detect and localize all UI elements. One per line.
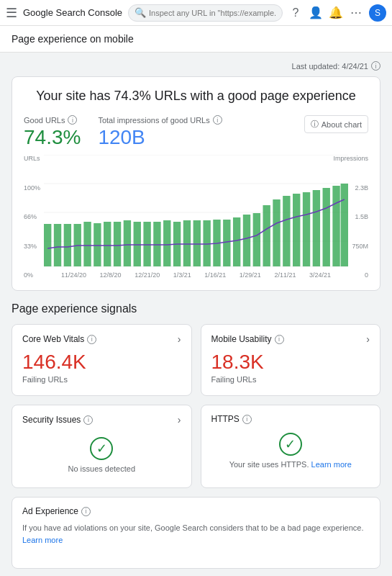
chart-x-labels: 11/24/20 12/8/20 12/21/20 1/3/21 1/16/21…: [44, 271, 348, 279]
svg-rect-25: [243, 215, 250, 266]
good-urls-value: 74.3%: [24, 126, 81, 149]
manage-users-icon[interactable]: 👤: [309, 6, 323, 19]
impressions-stat: Total impressions of good URLs i 120B: [98, 115, 222, 149]
header: ☰ Google Search Console 🔍 ? 👤 🔔 ⋯ S: [0, 0, 392, 26]
svg-rect-11: [104, 222, 111, 266]
help-icon[interactable]: ?: [288, 6, 303, 19]
svg-rect-27: [263, 205, 270, 266]
svg-rect-24: [233, 217, 240, 266]
last-updated-text: Last updated: 4/24/21: [292, 62, 368, 71]
security-issues-header: Security Issues i ›: [22, 414, 181, 426]
svg-rect-31: [303, 192, 310, 266]
security-no-issues: ✓ No issues detected: [22, 431, 181, 479]
chart-wrapper: URLs 100% 66% 33% 0% Impressions 2.3B 1.…: [24, 155, 368, 279]
last-updated-info-icon[interactable]: i: [371, 61, 380, 71]
security-no-issues-text: No issues detected: [68, 464, 135, 473]
svg-rect-32: [313, 190, 320, 266]
svg-rect-26: [253, 213, 260, 266]
security-issues-info-icon[interactable]: i: [83, 415, 93, 425]
svg-rect-12: [114, 222, 121, 266]
https-title: HTTPS i: [211, 414, 252, 424]
chart-svg: [44, 155, 348, 270]
svg-rect-20: [193, 220, 201, 266]
svg-rect-6: [54, 224, 61, 266]
stats-row: Good URLs i 74.3% Total impressions of g…: [24, 115, 368, 149]
notifications-icon[interactable]: 🔔: [329, 6, 343, 19]
core-web-vitals-chevron-icon[interactable]: ›: [178, 333, 181, 345]
ad-experience-title: Ad Experience i: [22, 506, 91, 516]
core-web-vitals-header: Core Web Vitals i ›: [22, 333, 181, 345]
impressions-value: 120B: [98, 126, 222, 149]
mobile-usability-chevron-icon[interactable]: ›: [366, 333, 370, 345]
menu-icon[interactable]: ☰: [6, 5, 17, 21]
last-updated: Last updated: 4/24/21 i: [12, 61, 380, 71]
security-check-icon: ✓: [90, 437, 113, 460]
mobile-usability-title: Mobile Usability i: [211, 334, 284, 344]
svg-rect-23: [223, 220, 230, 266]
good-urls-stat: Good URLs i 74.3%: [24, 115, 81, 149]
content-area: Last updated: 4/24/21 i Your site has 74…: [0, 53, 392, 576]
good-urls-info-icon[interactable]: i: [68, 115, 77, 125]
ad-experience-description: If you have ad violations on your site, …: [22, 522, 370, 546]
svg-rect-9: [83, 222, 91, 266]
mobile-usability-sublabel: Failing URLs: [211, 375, 370, 384]
security-issues-chevron-icon[interactable]: ›: [178, 414, 181, 426]
chart-bars: [44, 184, 348, 266]
header-icons: ? 👤 🔔 ⋯ S: [288, 4, 386, 22]
core-web-vitals-sublabel: Failing URLs: [22, 375, 181, 384]
security-issues-card: Security Issues i › ✓ No issues detected: [12, 405, 192, 488]
https-card: HTTPS i ✓ Your site uses HTTPS. Learn mo…: [201, 405, 381, 488]
security-issues-title: Security Issues i: [22, 415, 93, 425]
good-urls-label: Good URLs i: [24, 115, 81, 125]
main-summary-card: Your site has 74.3% URLs with a good pag…: [12, 76, 380, 291]
https-check-icon: ✓: [279, 433, 302, 456]
search-bar[interactable]: 🔍: [128, 4, 283, 22]
ad-experience-card: Ad Experience i If you have ad violation…: [12, 497, 380, 569]
https-header: HTTPS i: [211, 414, 370, 424]
svg-rect-34: [332, 186, 339, 266]
mobile-usability-value: 18.3K: [211, 351, 370, 374]
core-web-vitals-title: Core Web Vitals i: [22, 334, 96, 344]
ad-experience-learn-more-link[interactable]: Learn more: [22, 536, 63, 544]
ad-experience-info-icon[interactable]: i: [81, 507, 91, 516]
svg-rect-15: [143, 222, 150, 266]
svg-rect-29: [283, 196, 290, 266]
https-info-icon[interactable]: i: [242, 415, 252, 424]
https-text: Your site uses HTTPS. Learn more: [229, 460, 352, 469]
avatar[interactable]: S: [369, 4, 386, 22]
about-chart-info-icon: ⓘ: [311, 119, 319, 130]
https-content: ✓ Your site uses HTTPS. Learn more: [211, 430, 370, 472]
ad-experience-header: Ad Experience i: [22, 506, 370, 516]
app-logo: Google Search Console: [23, 7, 122, 18]
core-web-vitals-card: Core Web Vitals i › 146.4K Failing URLs: [12, 324, 192, 396]
svg-rect-16: [153, 222, 160, 266]
page-title-bar: Page experience on mobile: [0, 26, 392, 53]
svg-rect-14: [134, 222, 141, 266]
impressions-info-icon[interactable]: i: [213, 115, 222, 125]
core-web-vitals-value: 146.4K: [22, 351, 181, 374]
signals-section-heading: Page experience signals: [12, 302, 380, 315]
search-input[interactable]: [149, 9, 276, 17]
signals-grid: Core Web Vitals i › 146.4K Failing URLs …: [12, 324, 380, 569]
svg-rect-13: [124, 220, 131, 266]
svg-rect-17: [163, 220, 170, 266]
svg-rect-35: [341, 184, 348, 266]
svg-rect-7: [64, 224, 71, 266]
apps-icon[interactable]: ⋯: [349, 6, 363, 19]
impressions-label: Total impressions of good URLs i: [98, 115, 222, 125]
chart-y-labels-left: URLs 100% 66% 33% 0%: [24, 155, 40, 279]
chart-area: [44, 155, 348, 270]
svg-rect-33: [323, 188, 330, 266]
page-title: Page experience on mobile: [12, 33, 134, 45]
search-icon: 🔍: [135, 7, 146, 18]
svg-rect-19: [183, 220, 191, 266]
svg-rect-28: [273, 199, 280, 266]
mobile-usability-info-icon[interactable]: i: [275, 335, 284, 344]
about-chart-button[interactable]: ⓘ About chart: [304, 115, 368, 133]
core-web-vitals-info-icon[interactable]: i: [87, 335, 96, 344]
svg-rect-30: [293, 194, 300, 266]
svg-rect-5: [44, 224, 51, 266]
mobile-usability-header: Mobile Usability i ›: [211, 333, 370, 345]
https-learn-more-link[interactable]: Learn more: [311, 460, 352, 469]
summary-headline: Your site has 74.3% URLs with a good pag…: [24, 89, 368, 104]
